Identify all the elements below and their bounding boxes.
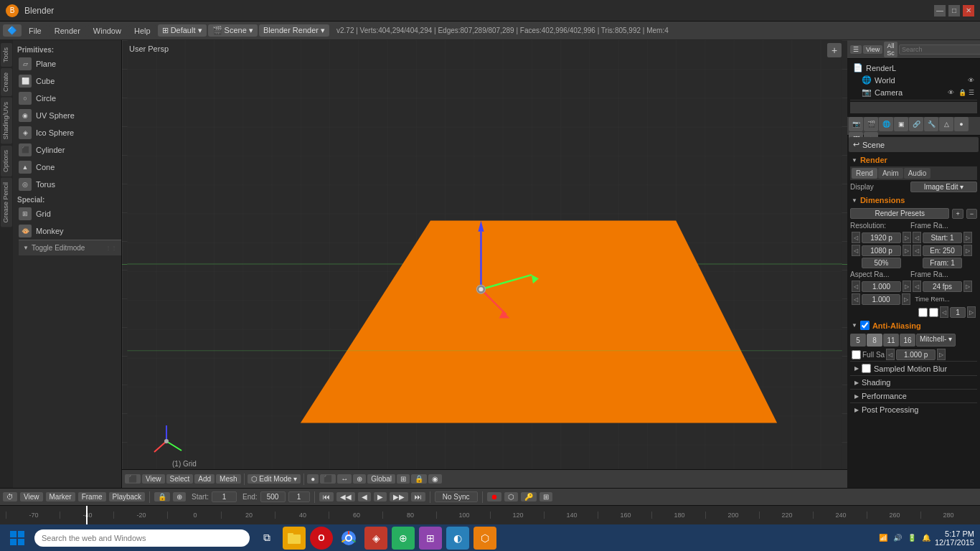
- aa-8[interactable]: 8: [867, 334, 882, 347]
- outliner-item-renderlayer[interactable]: 📄 RenderL: [850, 62, 977, 74]
- tl-lock-btn[interactable]: 🔒: [154, 492, 170, 501]
- aspect-y-field[interactable]: 1.000: [862, 294, 900, 305]
- maximize-button[interactable]: □: [948, 5, 960, 17]
- res-y-down[interactable]: ◁: [852, 245, 860, 256]
- vt-render-btn[interactable]: ⬛: [320, 474, 336, 484]
- vt-select-btn[interactable]: Select: [166, 474, 194, 484]
- tray-notification-icon[interactable]: 🔔: [920, 532, 932, 544]
- vt-lock[interactable]: 🔒: [411, 474, 427, 484]
- prop-icon-constraints[interactable]: 🔗: [909, 117, 923, 131]
- help-menu[interactable]: Help: [128, 25, 156, 37]
- asp-x-up[interactable]: ▷: [903, 281, 911, 292]
- close-button[interactable]: ✕: [963, 5, 974, 17]
- res-x-down[interactable]: ◁: [852, 232, 860, 243]
- tab-audio[interactable]: Audio: [904, 168, 931, 179]
- display-value[interactable]: Image Edit ▾: [910, 182, 977, 192]
- end-up[interactable]: ▷: [963, 245, 972, 256]
- start-up[interactable]: ▷: [963, 232, 972, 243]
- primitive-cylinder[interactable]: ⬛ Cylinder: [16, 141, 118, 159]
- tl-end-field[interactable]: 500: [260, 491, 286, 502]
- tl-step-back[interactable]: ◀◀: [336, 492, 355, 501]
- tab-rend[interactable]: Rend: [852, 168, 877, 179]
- vt-editor-icon[interactable]: ⬛: [125, 474, 141, 484]
- aa-11[interactable]: 11: [883, 334, 899, 347]
- resolution-y-field[interactable]: 1080 p: [862, 245, 901, 256]
- screen-layout-selector[interactable]: ⊞ Default ▾: [158, 24, 207, 37]
- tl-playback-btn[interactable]: Playback: [109, 492, 146, 501]
- tr-up[interactable]: ▷: [967, 306, 976, 318]
- taskbar-icon-app1[interactable]: ◈: [364, 527, 387, 550]
- render-menu[interactable]: Render: [49, 25, 86, 37]
- time-remap-cb1[interactable]: [918, 308, 928, 317]
- tl-play[interactable]: ▶: [374, 492, 387, 501]
- sampled-motion-section[interactable]: ▶ Sampled Motion Blur: [850, 361, 977, 375]
- camera-visibility-icon[interactable]: 👁: [948, 89, 954, 96]
- tl-sync-mode[interactable]: No Sync: [435, 491, 478, 502]
- taskbar-icon-blender[interactable]: ⬡: [473, 527, 496, 550]
- tl-marker-btn[interactable]: Marker: [46, 492, 75, 501]
- full-sample-field[interactable]: 1.000 p: [896, 349, 936, 360]
- resolution-pct-field[interactable]: 50%: [862, 258, 901, 268]
- outliner-search[interactable]: [899, 44, 980, 55]
- asp-y-up[interactable]: ▷: [902, 293, 910, 305]
- frame-end-field[interactable]: En: 250: [923, 245, 962, 256]
- fs-down[interactable]: ◁: [886, 349, 895, 360]
- post-processing-section[interactable]: ▶ Post Processing: [850, 402, 977, 416]
- tl-current-frame[interactable]: 1: [288, 491, 310, 502]
- tl-start-field[interactable]: 1: [212, 491, 237, 502]
- tl-auto-key[interactable]: 🔑: [521, 492, 537, 501]
- taskbar-icon-explorer[interactable]: [283, 527, 306, 550]
- tl-record[interactable]: ⏺: [487, 492, 501, 501]
- tl-jump-start[interactable]: ⏮: [319, 492, 334, 501]
- start-down[interactable]: ◁: [913, 232, 921, 243]
- res-y-up[interactable]: ▷: [903, 245, 911, 256]
- primitive-torus[interactable]: ◎ Torus: [16, 176, 118, 193]
- timeline-ruler[interactable]: -70 -40 -20 0 20 40 60 80 100 120 140 16…: [0, 506, 980, 524]
- start-button[interactable]: [6, 527, 29, 550]
- prop-icon-world[interactable]: 🌐: [879, 117, 893, 131]
- primitive-plane[interactable]: ▱ Plane: [16, 55, 118, 72]
- render-engine-selector[interactable]: Blender Render ▾: [259, 24, 329, 37]
- tl-step-fwd[interactable]: ▶▶: [390, 492, 408, 501]
- vt-mode-btn[interactable]: ⬡ Edit Mode ▾: [248, 474, 301, 484]
- viewport-add-button[interactable]: +: [827, 43, 842, 57]
- render-section-header[interactable]: ▼ Render: [850, 154, 977, 166]
- prop-icon-scene[interactable]: 🎬: [864, 117, 878, 131]
- viewport-canvas[interactable]: [122, 40, 847, 488]
- taskbar-icon-taskview[interactable]: ⧉: [255, 527, 278, 550]
- primitive-cube[interactable]: ⬜ Cube: [16, 72, 118, 90]
- vt-view-btn[interactable]: View: [142, 474, 165, 484]
- prop-icon-data[interactable]: △: [939, 117, 953, 131]
- minimize-button[interactable]: —: [934, 5, 946, 17]
- outliner-editor-icon[interactable]: ☰: [850, 45, 862, 54]
- dimensions-header[interactable]: ▼ Dimensions: [850, 194, 977, 207]
- taskbar-icon-app2[interactable]: ⊕: [392, 527, 415, 550]
- taskbar-icon-opera[interactable]: O: [310, 527, 333, 550]
- taskbar-search[interactable]: [34, 529, 250, 547]
- aa-5[interactable]: 5: [850, 334, 866, 347]
- vt-global[interactable]: Global: [367, 474, 395, 484]
- primitive-circle[interactable]: ○ Circle: [16, 90, 118, 107]
- tl-editor-icon[interactable]: ⏱: [3, 492, 17, 501]
- vt-layers[interactable]: ⊞: [397, 474, 410, 484]
- vt-render-preview[interactable]: ◉: [428, 474, 442, 484]
- file-menu[interactable]: File: [23, 25, 47, 37]
- primitive-cone[interactable]: ▲ Cone: [16, 159, 118, 176]
- vt-snap[interactable]: ⊕: [353, 474, 366, 484]
- special-grid[interactable]: ⊞ Grid: [16, 205, 118, 222]
- vt-add-btn[interactable]: Add: [194, 474, 215, 484]
- tr-field[interactable]: 1: [950, 307, 966, 318]
- tab-anim[interactable]: Anim: [878, 168, 903, 179]
- sidebar-tab-grease[interactable]: Grease Pencil: [1, 178, 12, 227]
- performance-section[interactable]: ▶ Performance: [850, 389, 977, 402]
- tl-frame-btn[interactable]: Frame: [78, 492, 106, 501]
- fps-down[interactable]: ◁: [913, 281, 921, 292]
- taskbar-icon-app3[interactable]: ⊞: [419, 527, 442, 550]
- frame-start-field[interactable]: Start: 1: [923, 232, 962, 243]
- frame-current-field[interactable]: Fram: 1: [923, 258, 962, 268]
- world-visibility-icon[interactable]: 👁: [968, 77, 974, 84]
- aspect-x-field[interactable]: 1.000: [862, 281, 901, 292]
- sidebar-tab-tools[interactable]: Tools: [1, 43, 12, 67]
- outliner-item-camera[interactable]: 📷 Camera 👁 🔒 ☰: [850, 86, 977, 98]
- tr-down[interactable]: ◁: [940, 306, 948, 318]
